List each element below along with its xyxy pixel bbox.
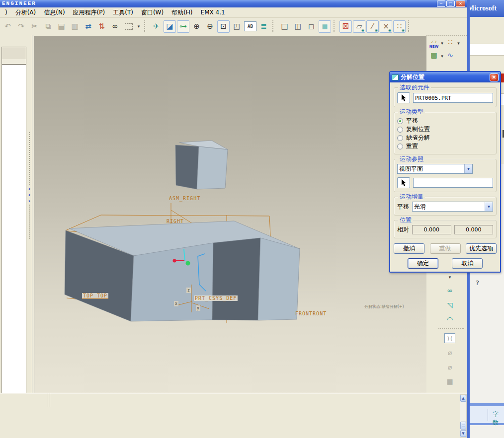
caret-icon[interactable]: ▾ (439, 37, 445, 47)
spin-center-icon[interactable]: ⊶ (177, 20, 189, 33)
regenerate-manager-icon[interactable]: ⇅ (95, 20, 108, 33)
redo-button[interactable]: 重做 (430, 243, 461, 254)
model-tree-panel[interactable] (1, 65, 26, 393)
radio-translate[interactable]: 平移 (397, 117, 493, 125)
glyph: ∞ (112, 22, 118, 31)
sash-grip[interactable] (28, 132, 31, 186)
glyph: ▾ (449, 275, 451, 280)
menu-emx[interactable]: EMX 4.1 (197, 7, 229, 17)
menu-clipped[interactable]: ) (1, 7, 11, 17)
cancel-button[interactable]: 取消 (452, 258, 483, 269)
model-canvas (34, 36, 427, 393)
fly-through-icon[interactable]: ✈ (150, 20, 163, 33)
message-scrollbar[interactable]: ▲ ▼ (460, 394, 467, 438)
chevron-down-icon[interactable]: ▾ (464, 164, 472, 173)
graphics-viewport[interactable]: ASM_RIGHT RIGHT TOP_TOP PRT_CSYS_DEF FRO… (34, 36, 426, 393)
datum-plane-new-icon[interactable]: ▱NEW (428, 37, 439, 49)
label-right[interactable]: RIGHT (167, 219, 184, 224)
menu-applications[interactable]: 应用程序(P) (69, 7, 109, 17)
menu-help[interactable]: 帮助(H) (168, 7, 196, 17)
glyph: ✈ (153, 22, 160, 31)
assembly-model[interactable] (65, 221, 300, 321)
hole-icon[interactable]: ⌀ (444, 348, 455, 358)
undo-button[interactable]: 撤消 (394, 243, 424, 254)
axis-display-icon[interactable]: ⁄◉ (366, 20, 379, 33)
menu-analysis[interactable]: 分析(A) (11, 7, 40, 17)
regenerate-icon[interactable]: ⇄ (82, 20, 94, 33)
datum-display-icon[interactable]: ▤ (428, 50, 439, 60)
pattern-icon[interactable]: ▦ (444, 376, 455, 386)
csys-display-icon[interactable]: ×◉ (380, 20, 392, 33)
maximize-button[interactable]: ▢ (446, 0, 455, 7)
label-top-top[interactable]: TOP_TOP (82, 293, 108, 299)
select-component-button[interactable] (397, 92, 410, 103)
layers-icon[interactable]: ≣ (257, 20, 270, 33)
sash-grip[interactable] (28, 204, 31, 239)
component-prt0005[interactable] (175, 141, 228, 189)
toolbar-separator (334, 20, 337, 32)
datum-point-icon[interactable]: ∷ (445, 37, 456, 47)
radio-reset[interactable]: 重置 (397, 142, 493, 150)
toolbar-separator (438, 328, 464, 329)
label-asm-right[interactable]: ASM_RIGHT (169, 196, 200, 201)
paste-special-icon[interactable]: ▥ (69, 20, 81, 33)
ok-button[interactable]: 确定 (408, 258, 438, 269)
glyph: ∷ (448, 38, 453, 46)
paste-icon[interactable]: ▤ (55, 20, 68, 33)
preferences-button[interactable]: 优先选项 (466, 243, 497, 254)
wireframe-icon[interactable]: □ (278, 20, 291, 33)
zoom-in-icon[interactable]: ⊕ (190, 20, 203, 33)
label-frontront[interactable]: FRONTRONT (295, 311, 327, 316)
help-text: ? (476, 279, 479, 287)
redo-icon[interactable]: ↷ (15, 20, 27, 33)
glyph (125, 23, 133, 30)
style-icon[interactable]: ∞ (444, 286, 455, 295)
menu-window[interactable]: 窗口(W) (137, 7, 168, 17)
plane-display-icon[interactable]: ▱◉ (353, 20, 365, 33)
chevron-down-icon[interactable]: ▾ (485, 202, 493, 211)
increment-select[interactable]: 光滑 ▾ (412, 202, 493, 212)
selected-component-input[interactable] (413, 93, 493, 103)
zoom-out-icon[interactable]: ⊖ (204, 20, 216, 33)
select-box-icon[interactable] (122, 20, 135, 33)
radio-copy-position[interactable]: 复制位置 (397, 125, 493, 134)
sketch-icon[interactable]: ∿ (445, 50, 456, 60)
hidden-line-icon[interactable]: ◫ (292, 20, 304, 33)
round-icon[interactable]: )( (444, 333, 455, 343)
select-reference-button[interactable] (397, 177, 410, 188)
caret-icon[interactable]: ▾ (447, 271, 453, 281)
datum-planes-toggle-icon[interactable]: ☒ (339, 20, 352, 33)
undo-icon[interactable]: ↶ (1, 20, 14, 33)
dialog-close-button[interactable]: ✕ (490, 73, 499, 81)
caret-icon[interactable]: ▾ (439, 50, 445, 60)
cut-icon[interactable]: ✂ (28, 20, 41, 33)
close-button[interactable]: ✕ (456, 0, 465, 7)
zoom-fit-icon[interactable]: ⊡ (217, 20, 230, 33)
caret-icon[interactable]: ▾ (456, 37, 461, 47)
expand-right-icon[interactable]: › (28, 198, 31, 204)
reference-input[interactable] (413, 178, 493, 188)
reorient-icon[interactable]: ◰ (231, 20, 243, 33)
select-caret-icon[interactable]: ▾ (136, 20, 142, 33)
saved-views-icon[interactable]: AB (244, 21, 256, 31)
revolve-icon[interactable]: ◠ (444, 314, 455, 324)
panel-sash[interactable]: ‹‹› (27, 35, 32, 393)
menu-info[interactable]: 信息(N) (40, 7, 69, 17)
scroll-up-button[interactable]: ▲ (460, 395, 466, 402)
radio-default-explode[interactable]: 缺省分解 (397, 134, 493, 142)
minimize-button[interactable]: ─ (437, 0, 445, 7)
points-display-icon[interactable]: ∷◉ (393, 20, 406, 33)
find-icon[interactable]: ∞ (109, 20, 121, 33)
no-hidden-icon[interactable]: ◻ (305, 20, 318, 33)
menu-tools[interactable]: 工具(T) (109, 7, 137, 17)
shell-icon[interactable]: ⌀ (444, 362, 455, 372)
label-prt-csys-def[interactable]: PRT_CSYS_DEF (194, 295, 238, 301)
copy-icon[interactable]: ⧉ (42, 20, 54, 33)
scroll-thumb[interactable] (460, 422, 466, 430)
shaded-icon[interactable]: ◼ (319, 20, 331, 33)
repaint-icon[interactable]: ◪ (164, 20, 176, 33)
glyph: ▾ (457, 41, 460, 46)
motion-reference-select[interactable]: 视图平面 ▾ (397, 164, 473, 174)
scroll-down-button[interactable]: ▼ (460, 430, 466, 437)
extrude-icon[interactable]: ◹ (444, 300, 455, 310)
